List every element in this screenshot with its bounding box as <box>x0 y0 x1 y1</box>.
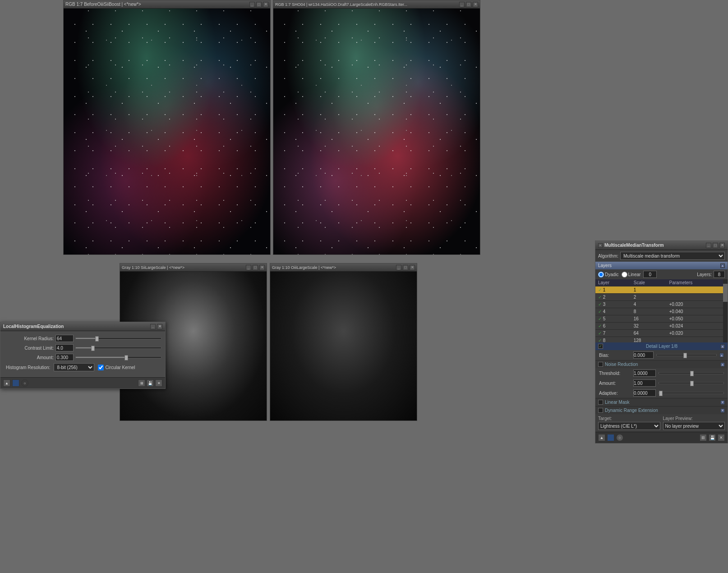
kernel-radius-slider[interactable] <box>75 337 161 339</box>
table-row[interactable]: ✓ 4 8 +0.040 <box>595 308 728 315</box>
mmt-blue-btn[interactable] <box>607 434 614 441</box>
lhe-close-btn[interactable]: ✕ <box>157 324 162 329</box>
bias-input[interactable] <box>633 351 654 359</box>
lhe-save-btn[interactable]: 💾 <box>147 379 154 387</box>
table-cell-scale: 4 <box>631 301 667 308</box>
table-cell-params: +0.020 <box>667 301 728 308</box>
layers-count: Layers: <box>697 271 725 278</box>
layers-expand-btn[interactable]: ▲ <box>720 263 725 268</box>
detail-expand-btn[interactable]: ▲ <box>720 344 725 349</box>
minimize-btn[interactable]: _ <box>246 265 251 270</box>
target-row: Target: Lightness (CIE L*) Layer Preview… <box>595 414 728 432</box>
mmt-reset-btn[interactable]: ✕ <box>718 434 725 441</box>
linear-radio[interactable] <box>622 272 627 277</box>
noise-amount-slider[interactable] <box>659 382 724 384</box>
scroll-thumb[interactable] <box>723 284 728 302</box>
mmt-save-btn[interactable]: 💾 <box>709 434 716 441</box>
top-right-controls: _ □ ✕ <box>459 2 478 7</box>
close-btn[interactable]: ✕ <box>263 2 268 7</box>
maximize-btn[interactable]: □ <box>253 265 258 270</box>
close-btn[interactable]: ✕ <box>259 265 265 270</box>
algorithm-select[interactable]: Multiscale median transform <box>620 252 725 260</box>
amount-label: Amount: <box>4 355 54 360</box>
kernel-radius-input[interactable] <box>55 335 74 342</box>
lhe-minimize-btn[interactable]: _ <box>150 324 156 329</box>
noise-amount-input[interactable] <box>633 379 656 387</box>
linear-mask-expand-btn[interactable]: ▼ <box>720 400 725 405</box>
minimize-btn[interactable]: _ <box>396 265 401 270</box>
lhe-reset-btn[interactable]: ✕ <box>155 379 162 387</box>
layers-count-input[interactable] <box>714 271 725 278</box>
table-cell-params <box>667 337 728 343</box>
minimize-btn[interactable]: _ <box>249 2 255 7</box>
table-row[interactable]: ✓ 8 128 <box>595 337 728 343</box>
top-left-controls: _ □ ✕ <box>249 2 268 7</box>
detail-layer-header[interactable]: Detail Layer 1/8 ▲ <box>595 342 728 350</box>
contrast-limit-input[interactable] <box>55 344 74 351</box>
maximize-btn[interactable]: □ <box>466 2 471 7</box>
noise-adaptive-slider[interactable] <box>659 392 724 394</box>
lhe-toolbar-right: ⊞ 💾 ✕ <box>138 379 162 387</box>
layers-section-header[interactable]: Layers ▲ <box>595 262 728 269</box>
table-row[interactable]: ✓ 7 64 +0.020 <box>595 330 728 337</box>
noise-reduction-checkbox[interactable] <box>598 362 603 367</box>
contrast-limit-slider[interactable] <box>75 347 161 349</box>
close-btn[interactable]: ✕ <box>473 2 478 7</box>
noise-threshold-slider[interactable] <box>659 372 724 374</box>
maximize-btn[interactable]: □ <box>256 2 262 7</box>
layers-scrollbar[interactable] <box>723 279 728 342</box>
table-row[interactable]: ✓ 1 1 <box>595 286 728 294</box>
dyadic-radio[interactable] <box>598 272 604 277</box>
minimize-btn[interactable]: _ <box>459 2 465 7</box>
table-row[interactable]: ✓ 5 16 +0.050 <box>595 315 728 323</box>
bias-expand-btn[interactable]: ▲ <box>719 353 724 357</box>
noise-expand-btn[interactable]: ▲ <box>720 362 725 367</box>
amount-input[interactable] <box>55 354 74 361</box>
bottom-right-window: Gray 1:10 OiiiLargeScale | <*new*> _ □ ✕… <box>270 263 417 421</box>
table-row[interactable]: ✓ 3 4 +0.020 <box>595 301 728 308</box>
table-row[interactable]: ✓ 6 32 +0.024 <box>595 323 728 330</box>
mmt-circle-btn[interactable]: ○ <box>616 434 623 441</box>
noise-reduction-section: Noise Reduction ▲ Threshold: Amount: Ada… <box>595 360 728 398</box>
noise-adaptive-input[interactable] <box>633 389 656 397</box>
table-row[interactable]: ✓ 2 2 <box>595 294 728 301</box>
layers-controls: Dyadic Linear Layers: <box>595 269 728 279</box>
lhe-blue-btn[interactable] <box>12 379 19 387</box>
dre-checkbox[interactable] <box>598 408 603 413</box>
noise-threshold-row: Threshold: <box>595 368 728 378</box>
detail-layer-checkbox[interactable] <box>598 344 603 349</box>
mmt-minimize-btn[interactable]: _ <box>706 243 711 248</box>
bias-slider[interactable] <box>656 354 717 356</box>
lhe-circle-btn[interactable]: ○ <box>21 379 28 387</box>
check-icon: ✓ <box>598 331 602 336</box>
lhe-triangle-btn[interactable]: ▲ <box>3 379 10 387</box>
noise-threshold-label: Threshold: <box>599 371 631 376</box>
mmt-close-btn[interactable]: ✕ <box>719 243 725 248</box>
close-btn[interactable]: ✕ <box>410 265 415 270</box>
linear-value-input[interactable] <box>643 271 657 278</box>
noise-reduction-header[interactable]: Noise Reduction ▲ <box>595 360 728 368</box>
histogram-resolution-row: Histogram Resolution: 8-bit (256) Circul… <box>4 363 161 371</box>
target-select[interactable]: Lightness (CIE L*) <box>598 422 660 430</box>
table-cell-params <box>667 286 728 294</box>
lhe-toolbar: ▲ ○ ⊞ 💾 ✕ <box>0 377 165 388</box>
linear-mask-checkbox[interactable] <box>598 400 603 405</box>
dre-section: Dynamic Range Extension ▼ <box>595 406 728 414</box>
dre-header[interactable]: Dynamic Range Extension ▼ <box>595 406 728 414</box>
bottom-right-titlebar: Gray 1:10 OiiiLargeScale | <*new*> _ □ ✕ <box>270 263 417 272</box>
bottom-left-title: Gray 1:10 SiiLargeScale | <*new*> <box>122 265 184 270</box>
mmt-copy-btn[interactable]: ⊞ <box>700 434 707 441</box>
mmt-triangle-btn[interactable]: ▲ <box>598 434 605 441</box>
mmt-maximize-btn[interactable]: □ <box>713 243 718 248</box>
circular-kernel-checkbox[interactable] <box>98 365 104 370</box>
histogram-resolution-select[interactable]: 8-bit (256) <box>54 363 94 371</box>
maximize-btn[interactable]: □ <box>403 265 408 270</box>
layer-preview-col: Layer Preview: No layer preview <box>663 416 725 430</box>
layer-preview-select[interactable]: No layer preview <box>663 422 725 430</box>
linear-radio-label: Linear <box>622 272 641 277</box>
noise-threshold-input[interactable] <box>633 370 656 377</box>
dre-expand-btn[interactable]: ▼ <box>720 408 725 413</box>
amount-slider[interactable] <box>75 356 161 358</box>
lhe-copy-btn[interactable]: ⊞ <box>138 379 145 387</box>
bottom-left-titlebar: Gray 1:10 SiiLargeScale | <*new*> _ □ ✕ <box>120 263 267 272</box>
